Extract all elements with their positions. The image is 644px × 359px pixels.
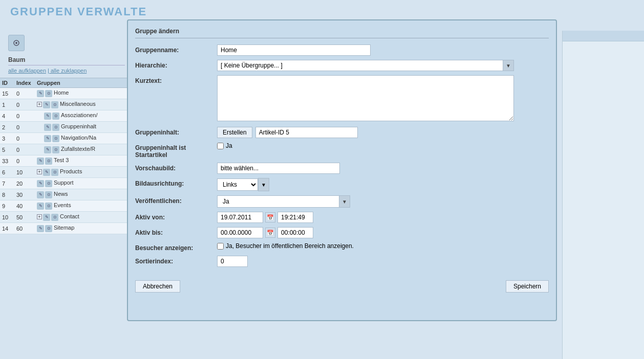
row-group: +✎⊙Contact — [37, 213, 131, 221]
vorschaubild-row: Vorschaubild: — [135, 163, 549, 174]
settings-icon — [12, 39, 20, 47]
row-group: ✎⊙Support — [37, 180, 131, 187]
startartikel-label: Gruppeninhalt ist Startartikel — [135, 142, 217, 159]
aktiv-bis-date-input[interactable] — [217, 227, 263, 238]
erstellen-button[interactable]: Erstellen — [217, 127, 252, 138]
row-icon-2[interactable]: ⊙ — [52, 124, 59, 131]
row-icon-1[interactable]: ✎ — [37, 90, 44, 97]
sortierindex-input[interactable] — [217, 256, 248, 267]
hierarchie-select[interactable]: [ Keine Übergruppe... ] — [217, 60, 514, 71]
gruppenname-control — [217, 44, 549, 56]
gruppeninhalt-label: Gruppeninhalt: — [135, 127, 217, 136]
aktiv-von-label: Aktiv von: — [135, 212, 217, 221]
row-icon-1[interactable]: ✎ — [44, 146, 51, 153]
row-label: Support — [54, 180, 74, 186]
besucher-checkbox[interactable] — [217, 243, 224, 250]
row-icon-1[interactable]: ✎ — [37, 180, 44, 187]
row-id: 14 — [2, 226, 16, 232]
startartikel-checkbox[interactable] — [217, 143, 224, 149]
row-icon-2[interactable]: ⊙ — [52, 113, 59, 120]
table-row[interactable]: 610+✎⊙Products — [0, 167, 133, 178]
row-icon-2[interactable]: ⊙ — [45, 158, 52, 165]
page-background: GRUPPEN VERWALTE Baum alle aufklappen | … — [0, 0, 644, 359]
table-row[interactable]: 330✎⊙Test 3 — [0, 155, 133, 167]
table-row[interactable]: 150✎⊙Home — [0, 88, 133, 99]
row-group: ✎⊙Test 3 — [37, 157, 131, 165]
expand-icon[interactable]: + — [37, 214, 42, 219]
row-icons: ✎⊙ — [43, 101, 58, 108]
aktiv-bis-time-input[interactable] — [277, 227, 313, 238]
row-icon-2[interactable]: ⊙ — [51, 214, 58, 221]
veroeffentlichen-select[interactable]: Ja — [217, 195, 350, 208]
hierarchie-dropdown-arrow[interactable]: ▼ — [503, 60, 514, 71]
row-icon-2[interactable]: ⊙ — [45, 180, 52, 187]
row-icon-1[interactable]: ✎ — [43, 214, 50, 221]
startartikel-row: Gruppeninhalt ist Startartikel Ja — [135, 142, 549, 159]
row-icon-1[interactable]: ✎ — [37, 158, 44, 165]
aktiv-von-time-input[interactable] — [277, 212, 313, 223]
row-id: 6 — [2, 169, 16, 175]
collapse-all-link[interactable]: alle zuklappen — [51, 68, 87, 74]
table-row[interactable]: 720✎⊙Support — [0, 178, 133, 189]
table-row[interactable]: 30✎⊙Navigation/Na — [0, 133, 133, 144]
row-icons: ✎⊙ — [37, 225, 52, 232]
speichern-button[interactable]: Speichern — [506, 280, 549, 293]
table-row[interactable]: 40✎⊙Assoziationen/ — [0, 110, 133, 122]
row-label: Assoziationen/ — [61, 112, 98, 118]
row-icon-2[interactable]: ⊙ — [52, 146, 59, 153]
row-icon-2[interactable]: ⊙ — [45, 203, 52, 210]
bildausrichtung-dropdown-arrow[interactable]: ▼ — [258, 178, 269, 191]
row-id: 3 — [2, 136, 16, 142]
row-icon-2[interactable]: ⊙ — [45, 90, 52, 97]
vorschaubild-input[interactable] — [217, 163, 340, 174]
row-icon-1[interactable]: ✎ — [44, 135, 51, 142]
hierarchie-row: Hierarchie: [ Keine Übergruppe... ] ▼ — [135, 60, 549, 71]
toolbar-icon[interactable] — [8, 35, 25, 51]
row-label: Miscellaneous — [60, 101, 96, 107]
veroeffentlichen-dropdown-arrow[interactable]: ▼ — [339, 195, 350, 208]
bildausrichtung-row: Bildausrichtung: Links ▼ — [135, 178, 549, 191]
aktiv-von-calendar-icon[interactable]: 📅 — [265, 212, 275, 222]
row-icon-1[interactable]: ✎ — [44, 113, 51, 120]
bildausrichtung-label: Bildausrichtung: — [135, 178, 217, 187]
row-icon-1[interactable]: ✎ — [43, 101, 50, 108]
row-icon-1[interactable]: ✎ — [37, 225, 44, 232]
row-icon-2[interactable]: ⊙ — [45, 225, 52, 232]
svg-point-1 — [15, 42, 17, 44]
row-icon-1[interactable]: ✎ — [37, 191, 44, 198]
artikel-input[interactable] — [255, 127, 358, 138]
row-icon-1[interactable]: ✎ — [37, 203, 44, 210]
row-index: 0 — [16, 91, 37, 97]
baum-links: alle aufklappen | alle zuklappen — [8, 68, 125, 74]
expand-icon[interactable]: + — [37, 102, 42, 107]
aktiv-bis-calendar-icon[interactable]: 📅 — [265, 228, 275, 238]
table-row[interactable]: 830✎⊙News — [0, 189, 133, 200]
table-row[interactable]: 1460✎⊙Sitemap — [0, 223, 133, 234]
table-row[interactable]: 10+✎⊙Miscellaneous — [0, 99, 133, 110]
table-row[interactable]: 50✎⊙Zufallstexte/R — [0, 144, 133, 155]
vorschaubild-label: Vorschaubild: — [135, 163, 217, 172]
gruppenname-input[interactable] — [217, 44, 371, 56]
row-icon-1[interactable]: ✎ — [43, 169, 50, 176]
expand-icon[interactable]: + — [37, 169, 42, 174]
row-group: ✎⊙Home — [37, 89, 131, 97]
row-icons: ✎⊙ — [44, 124, 59, 131]
row-icons: ✎⊙ — [37, 180, 52, 187]
table-row[interactable]: 20✎⊙Gruppeninhalt — [0, 122, 133, 133]
row-index: 0 — [16, 102, 37, 108]
abbrechen-button[interactable]: Abbrechen — [135, 280, 180, 293]
expand-all-link[interactable]: alle aufklappen — [8, 68, 46, 74]
vorschaubild-control — [217, 163, 549, 174]
bildausrichtung-select[interactable]: Links — [217, 178, 258, 191]
table-row[interactable]: 1050+✎⊙Contact — [0, 212, 133, 223]
row-icon-2[interactable]: ⊙ — [51, 169, 58, 176]
kurztext-textarea[interactable] — [217, 75, 514, 121]
right-panel-header — [563, 31, 644, 41]
row-icon-2[interactable]: ⊙ — [52, 135, 59, 142]
row-icon-2[interactable]: ⊙ — [51, 101, 58, 108]
row-label: Navigation/Na — [61, 134, 96, 141]
table-row[interactable]: 940✎⊙Events — [0, 200, 133, 212]
aktiv-von-date-input[interactable] — [217, 212, 263, 223]
row-icon-2[interactable]: ⊙ — [45, 191, 52, 198]
row-icon-1[interactable]: ✎ — [44, 124, 51, 131]
